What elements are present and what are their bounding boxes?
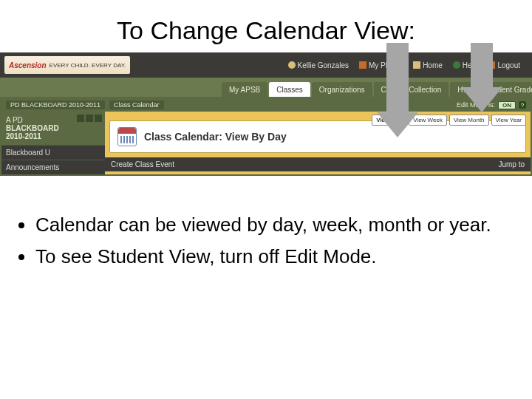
sidebar-item-blackboard-u[interactable]: Blackboard U [1, 145, 105, 160]
top-bar: Ascension EVERY CHILD. EVERY DAY. Kellie… [0, 52, 532, 78]
bullet-2: To see Student View, turn off Edit Mode. [35, 245, 502, 269]
sidebar-header: A PD BLACKBOARD 2010-2011 [1, 112, 105, 145]
tab-organizations[interactable]: Organizations [312, 82, 372, 97]
brand-tagline: EVERY CHILD. EVERY DAY. [50, 62, 126, 69]
breadcrumb-course[interactable]: PD BLACKBOARD 2010-2011 [6, 100, 105, 109]
tab-myapsb[interactable]: My APSB [222, 82, 267, 97]
sidebar-item-announcements[interactable]: Announcements [1, 160, 105, 174]
slide-title: To Change Calendar View: [0, 0, 532, 52]
places-icon [359, 61, 366, 69]
user-link[interactable]: Kellie Gonzales [288, 61, 349, 69]
user-label: Kellie Gonzales [298, 61, 349, 69]
calendar-toolbar: Create Class Event Jump to [105, 157, 531, 171]
sidebar-control-icon[interactable] [86, 115, 93, 122]
user-icon [288, 61, 296, 69]
home-label: Home [423, 61, 443, 69]
sidebar-controls[interactable] [77, 115, 102, 122]
help-icon [453, 61, 460, 69]
brand-name: Ascension [9, 61, 47, 69]
sidebar-title-2: BLACKBOARD [6, 124, 100, 132]
sidebar-control-icon[interactable] [95, 115, 102, 122]
edit-mode-help-icon[interactable]: ? [519, 101, 526, 109]
jump-to-label[interactable]: Jump to [498, 160, 525, 168]
sidebar-control-icon[interactable] [77, 115, 84, 122]
embedded-screenshot: Ascension EVERY CHILD. EVERY DAY. Kellie… [0, 52, 532, 176]
view-month-button[interactable]: View Month [449, 115, 489, 126]
main-nav-tabs: My APSB Classes Organizations Content Co… [0, 78, 532, 97]
breadcrumb: PD BLACKBOARD 2010-2011 Class Calendar E… [1, 98, 531, 112]
callout-arrow-view-buttons [377, 43, 418, 137]
create-event-button[interactable]: Create Class Event [111, 160, 174, 168]
bullet-1: Calendar can be viewed by day, week, mon… [35, 213, 502, 237]
sidebar-title-3: 2010-2011 [6, 132, 100, 140]
calendar-main: View Day View Week View Month View Year … [105, 112, 531, 174]
breadcrumb-page: Class Calendar [109, 100, 164, 109]
view-year-button[interactable]: View Year [491, 115, 526, 126]
tab-classes[interactable]: Classes [269, 82, 310, 97]
callout-arrow-edit-mode [461, 43, 502, 112]
brand-logo: Ascension EVERY CHILD. EVERY DAY. [4, 56, 130, 74]
calendar-heading: Class Calendar: View By Day [144, 131, 287, 143]
course-shell: PD BLACKBOARD 2010-2011 Class Calendar E… [0, 97, 532, 176]
calendar-icon [117, 127, 137, 146]
course-sidebar: A PD BLACKBOARD 2010-2011 Blackboard U A… [1, 112, 105, 174]
slide-bullets: Calendar can be viewed by day, week, mon… [0, 195, 532, 268]
